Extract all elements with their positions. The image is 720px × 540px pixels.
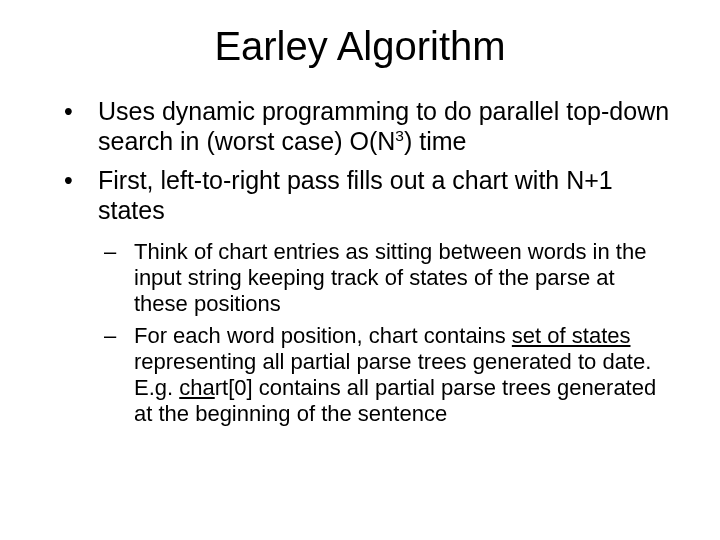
bullet-1-post: ) time — [404, 127, 467, 155]
sub-2-u1: set of states — [512, 323, 631, 348]
sub-list: Think of chart entries as sitting betwee… — [98, 239, 672, 427]
bullet-1-sup: 3 — [395, 126, 404, 143]
sub-2-a: For each word position, chart contains — [134, 323, 512, 348]
bullet-2-text: First, left-to-right pass fills out a ch… — [98, 166, 613, 224]
sub-2: For each word position, chart contains s… — [98, 323, 672, 427]
sub-2-u2: cha — [179, 375, 214, 400]
slide: Earley Algorithm Uses dynamic programmin… — [0, 0, 720, 540]
bullet-list: Uses dynamic programming to do parallel … — [58, 97, 672, 427]
sub-1: Think of chart entries as sitting betwee… — [98, 239, 672, 317]
bullet-1: Uses dynamic programming to do parallel … — [58, 97, 672, 156]
slide-title: Earley Algorithm — [48, 24, 672, 69]
bullet-1-pre: Uses dynamic programming to do parallel … — [98, 97, 669, 155]
sub-1-text: Think of chart entries as sitting betwee… — [134, 239, 646, 316]
bullet-2: First, left-to-right pass fills out a ch… — [58, 166, 672, 427]
